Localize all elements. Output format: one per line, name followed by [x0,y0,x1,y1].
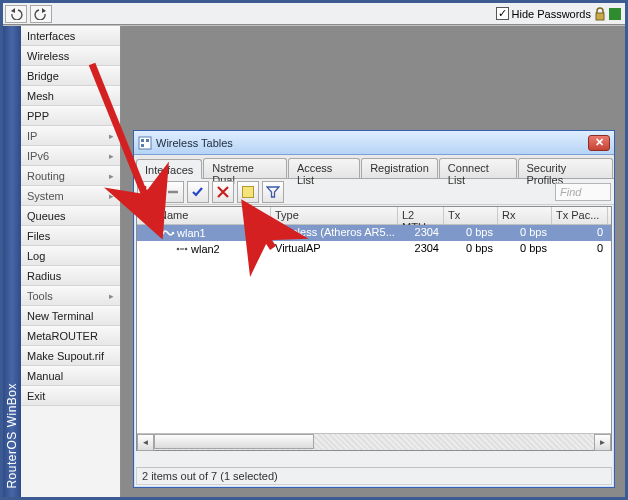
hide-passwords-checkbox[interactable]: ✓ [496,7,509,20]
remove-icon [166,185,180,199]
menu-item-label: Interfaces [27,30,75,42]
menu-item-system[interactable]: System▸ [21,186,120,206]
hide-passwords-label: Hide Passwords [512,8,591,20]
wireless-tables-window: Wireless Tables ✕ InterfacesNstreme Dual… [133,130,615,488]
tab-interfaces[interactable]: Interfaces [136,159,202,179]
svg-point-8 [177,248,180,251]
svg-point-9 [185,248,188,251]
find-input[interactable]: Find [555,183,611,201]
find-placeholder: Find [560,186,581,198]
submenu-arrow-icon: ▸ [109,171,114,181]
redo-button[interactable] [30,5,52,23]
menu-item-queues[interactable]: Queues [21,206,120,226]
menu-item-label: Radius [27,270,61,282]
submenu-arrow-icon: ▸ [109,151,114,161]
menu-item-manual[interactable]: Manual [21,366,120,386]
col-tx[interactable]: Tx [444,207,498,224]
tab-registration[interactable]: Registration [361,158,438,178]
check-mark: ✓ [498,7,507,20]
session-indicator[interactable] [609,8,621,20]
menu-item-label: MetaROUTER [27,330,98,342]
menu-item-ip[interactable]: IP▸ [21,126,120,146]
disable-button[interactable] [212,181,234,203]
scroll-right-button[interactable]: ► [594,434,611,451]
add-button[interactable] [137,181,159,203]
undo-button[interactable] [5,5,27,23]
menu-item-label: Manual [27,370,63,382]
menu-item-files[interactable]: Files [21,226,120,246]
table-row[interactable]: wlan2VirtualAP23040 bps0 bps0 [137,241,611,257]
col-l2mtu[interactable]: L2 MTU [398,207,444,224]
window-title: Wireless Tables [156,137,233,149]
submenu-arrow-icon: ▸ [109,291,114,301]
redo-icon [34,8,48,20]
menu-item-label: Log [27,250,45,262]
menu-item-label: New Terminal [27,310,93,322]
svg-rect-1 [139,137,151,149]
status-text: 2 items out of 7 (1 selected) [142,470,278,482]
col-name[interactable]: Name [155,207,271,224]
col-rx[interactable]: Rx [498,207,552,224]
menu-item-metarouter[interactable]: MetaROUTER [21,326,120,346]
menu-item-label: Make Supout.rif [27,350,104,362]
mdi-client-area: Wireless Tables ✕ InterfacesNstreme Dual… [121,26,625,497]
col-indicator[interactable]: # [137,207,155,224]
menu-item-tools[interactable]: Tools▸ [21,286,120,306]
filter-button[interactable] [262,181,284,203]
close-button[interactable]: ✕ [588,135,610,151]
menu-item-label: Files [27,230,50,242]
tab-security-profiles[interactable]: Security Profiles [518,158,614,178]
menu-item-label: Queues [27,210,66,222]
scroll-left-button[interactable]: ◄ [137,434,154,451]
svg-rect-0 [596,13,604,20]
interface-grid: # Name Type L2 MTU Tx Rx Tx Pac... ▼ wla… [136,206,612,451]
menu-item-label: Mesh [27,90,54,102]
interface-icon [175,244,189,254]
grid-rows: wlan1Wireless (Atheros AR5...23040 bps0 … [137,225,611,433]
lock-icon[interactable] [594,7,606,21]
scroll-thumb[interactable] [154,434,314,449]
menu-item-make-supout-rif[interactable]: Make Supout.rif [21,346,120,366]
submenu-arrow-icon: ▸ [109,191,114,201]
menu-item-routing[interactable]: Routing▸ [21,166,120,186]
menu-item-bridge[interactable]: Bridge [21,66,120,86]
menu-item-wireless[interactable]: Wireless [21,46,120,66]
menu-item-exit[interactable]: Exit [21,386,120,406]
tab-nstreme-dual[interactable]: Nstreme Dual [203,158,287,178]
tab-connect-list[interactable]: Connect List [439,158,517,178]
menu-item-label: IP [27,130,37,142]
app-side-banner: RouterOS WinBox [3,26,21,497]
menu-item-label: Tools [27,290,53,302]
tab-access-list[interactable]: Access List [288,158,360,178]
add-icon [140,185,156,199]
svg-rect-3 [146,139,149,142]
menu-item-ipv6[interactable]: IPv6▸ [21,146,120,166]
menu-item-radius[interactable]: Radius [21,266,120,286]
col-type[interactable]: Type [271,207,398,224]
window-titlebar[interactable]: Wireless Tables ✕ [134,131,614,155]
menu-item-ppp[interactable]: PPP [21,106,120,126]
svg-rect-5 [243,186,254,197]
svg-point-7 [172,232,175,235]
menu-item-new-terminal[interactable]: New Terminal [21,306,120,326]
table-row[interactable]: wlan1Wireless (Atheros AR5...23040 bps0 … [137,225,611,241]
col-txpackets[interactable]: Tx Pac... ▼ [552,207,608,224]
menu-item-label: PPP [27,110,49,122]
scroll-track[interactable] [154,434,594,450]
submenu-arrow-icon: ▸ [109,131,114,141]
check-icon [191,185,205,199]
menu-item-log[interactable]: Log [21,246,120,266]
horizontal-scrollbar[interactable]: ◄ ► [137,433,611,450]
menu-item-interfaces[interactable]: Interfaces [21,26,120,46]
menu-item-label: Routing [27,170,65,182]
menu-item-label: System [27,190,64,202]
note-icon [241,185,255,199]
comment-button[interactable] [237,181,259,203]
enable-button[interactable] [187,181,209,203]
remove-button[interactable] [162,181,184,203]
grid-header[interactable]: # Name Type L2 MTU Tx Rx Tx Pac... ▼ [137,207,611,225]
window-app-icon [138,136,152,150]
menu-item-label: Exit [27,390,45,402]
menu-item-mesh[interactable]: Mesh [21,86,120,106]
interface-icon [161,228,175,238]
